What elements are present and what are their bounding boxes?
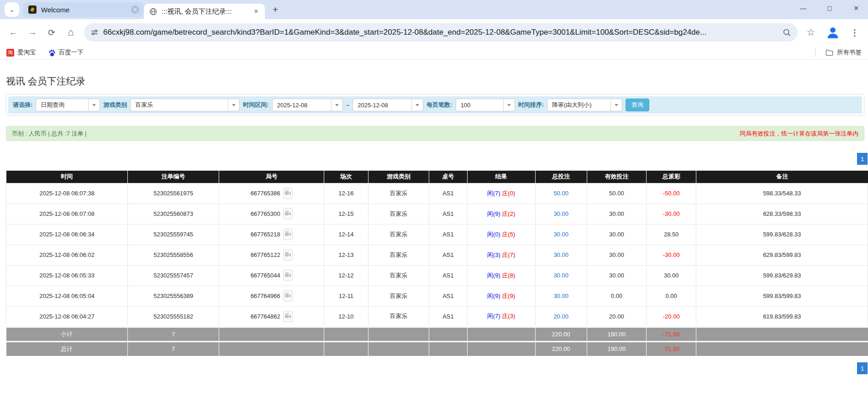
per-page-label: 每页笔数: [426, 101, 452, 109]
video-replay-icon[interactable] [283, 188, 293, 199]
reload-button[interactable]: ⟳ [44, 25, 59, 40]
date-end-select[interactable]: 2025-12-08 [352, 99, 423, 111]
date-start-select[interactable]: 2025-12-08 [272, 99, 343, 111]
profile-icon[interactable] [825, 25, 841, 40]
all-bookmarks-label: 所有书签 [837, 48, 862, 57]
cell-valid-bet: 30.00 [587, 265, 646, 286]
empty-cell [467, 327, 535, 341]
cell-bet-no: 523025556389 [128, 286, 219, 306]
table-row: 2025-12-08 06:07:08 523025560873 6677653… [6, 204, 868, 224]
tab-strip: ⌄ Welcome ✕ :::视讯, 会员下注纪录::: ✕ + — ▢ ✕ [0, 0, 868, 19]
bookmarks-bar: 淘 爱淘宝 百度一下 所有书签 [0, 46, 868, 60]
cell-bet-no: 523025558556 [128, 245, 219, 265]
video-replay-icon[interactable] [283, 270, 293, 281]
cell-note: 628.33/598.33 [696, 204, 868, 224]
cell-table: AS1 [429, 183, 467, 204]
cell-table: AS1 [429, 204, 467, 224]
sort-label: 时间排序: [518, 101, 544, 109]
total-bet-link[interactable]: 30.00 [553, 272, 568, 279]
game-category-value: 百家乐 [131, 101, 228, 109]
video-replay-icon[interactable] [283, 249, 293, 261]
cell-round-no: 667764862 [219, 306, 324, 327]
cell-note: 598.33/548.33 [696, 183, 868, 204]
bookmark-taobao[interactable]: 淘 爱淘宝 [6, 48, 36, 57]
table-row: 2025-12-08 06:05:33 523025557457 6677650… [6, 265, 868, 286]
cell-result: 闲(3) 庄(7) [467, 245, 535, 265]
cell-payout: 28.50 [646, 224, 696, 245]
close-icon[interactable]: ✕ [252, 7, 260, 16]
video-replay-icon[interactable] [283, 290, 293, 302]
total-bet-link[interactable]: 30.00 [553, 293, 568, 299]
empty-cell [324, 341, 368, 356]
cell-game: 百家乐 [368, 265, 429, 286]
result-banker: 庄(3) [502, 313, 515, 319]
cell-table: AS1 [429, 245, 467, 265]
game-category-select[interactable]: 百家乐 [130, 99, 240, 111]
cell-time: 2025-12-08 06:07:38 [6, 183, 128, 204]
all-bookmarks[interactable]: 所有书签 [815, 48, 862, 57]
result-player: 闲(7) [487, 190, 500, 197]
query-type-value: 日期查询 [36, 101, 88, 109]
cell-time: 2025-12-08 06:06:02 [6, 245, 128, 265]
video-replay-icon[interactable] [283, 229, 293, 240]
sort-select[interactable]: 降幂(由大到小) [547, 99, 622, 111]
cell-total-bet: 50.00 [535, 183, 587, 204]
result-player: 闲(3) [487, 251, 500, 258]
minimize-button[interactable]: — [797, 2, 810, 15]
col-total-bet: 总投注 [535, 171, 587, 183]
page-1-button[interactable]: 1 [857, 153, 868, 165]
video-replay-icon[interactable] [283, 208, 293, 220]
cell-session: 12-12 [324, 265, 368, 286]
cell-time: 2025-12-08 06:05:33 [6, 265, 128, 286]
total-bet-link[interactable]: 20.00 [553, 313, 568, 320]
cell-round-no: 667765386 [219, 183, 324, 204]
cell-table: AS1 [429, 306, 467, 327]
total-bet-link[interactable]: 30.00 [553, 210, 568, 217]
cell-game: 百家乐 [368, 245, 429, 265]
query-type-select[interactable]: 日期查询 [36, 99, 100, 111]
bookmark-star-icon[interactable]: ☆ [803, 25, 819, 40]
cell-session: 12-16 [324, 183, 368, 204]
maximize-button[interactable]: ▢ [823, 2, 836, 15]
currency-summary: 币别 : 人民币 | 总共 :7 注单 | [12, 130, 87, 138]
chevron-down-icon [88, 99, 100, 111]
result-player: 闲(9) [487, 293, 500, 299]
cell-result: 闲(7) 庄(3) [467, 306, 535, 327]
page-1-button[interactable]: 1 [857, 362, 868, 374]
taobao-icon: 淘 [6, 49, 14, 57]
tab-welcome[interactable]: Welcome ✕ [23, 2, 144, 17]
empty-cell [368, 327, 429, 341]
back-button[interactable]: ← [5, 25, 21, 40]
address-bar[interactable]: 66cxkj98.com/game/betrecord_search/kind3… [84, 23, 798, 42]
result-player: 闲(7) [487, 313, 500, 319]
tab-betrecord[interactable]: :::视讯, 会员下注纪录::: ✕ [144, 4, 265, 19]
search-button[interactable]: 查询 [626, 99, 649, 111]
home-button[interactable]: ⌂ [63, 25, 79, 40]
cell-bet-no: 523025555182 [128, 306, 219, 327]
cell-result: 闲(0) 庄(5) [467, 224, 535, 245]
total-bet-link[interactable]: 30.00 [553, 251, 568, 258]
zoom-icon[interactable] [783, 28, 791, 37]
new-tab-button[interactable]: + [268, 3, 282, 16]
tab-search-button[interactable]: ⌄ [5, 2, 19, 17]
cell-result: 闲(9) 庄(8) [467, 265, 535, 286]
bookmark-baidu[interactable]: 百度一下 [48, 48, 84, 57]
total-bet-link[interactable]: 50.00 [553, 190, 568, 197]
chevron-down-icon [503, 99, 515, 111]
total-bet-link[interactable]: 30.00 [553, 231, 568, 238]
site-settings-icon[interactable] [90, 28, 99, 37]
browser-toolbar: ← → ⟳ ⌂ 66cxkj98.com/game/betrecord_sear… [0, 19, 868, 46]
per-page-select[interactable]: 100 [456, 99, 515, 111]
close-icon[interactable]: ✕ [131, 5, 139, 14]
window-close-button[interactable]: ✕ [850, 2, 863, 15]
empty-cell [368, 341, 429, 356]
menu-dots-icon[interactable]: ⋮ [847, 25, 863, 40]
globe-icon [149, 8, 157, 16]
video-replay-icon[interactable] [283, 311, 293, 322]
forward-button[interactable]: → [25, 25, 40, 40]
empty-cell [696, 327, 868, 341]
url-text[interactable]: 66cxkj98.com/game/betrecord_search/kind3… [103, 28, 783, 37]
cell-payout: -30.00 [646, 204, 696, 224]
cell-total-bet: 20.00 [535, 306, 587, 327]
filter-bar: 请选择: 日期查询 游戏类别 百家乐 时间区间: 2025-12-08 ~ 20… [8, 96, 862, 114]
